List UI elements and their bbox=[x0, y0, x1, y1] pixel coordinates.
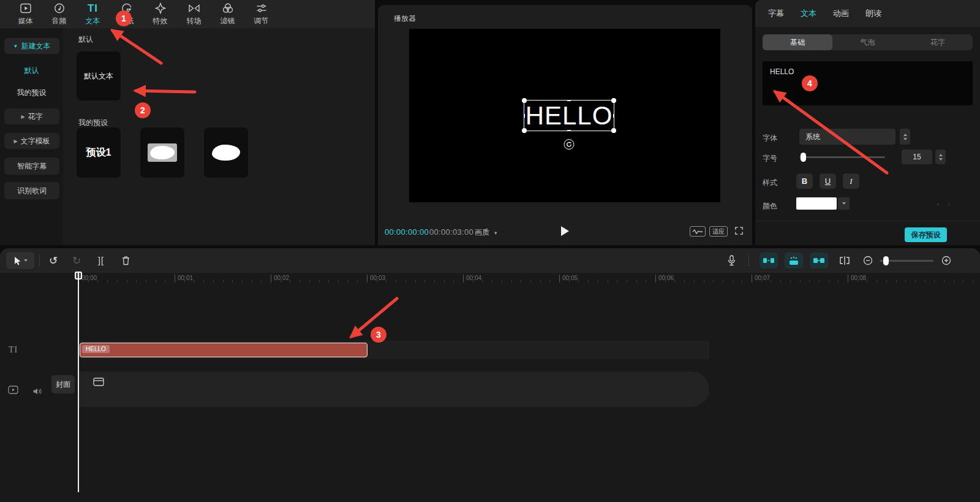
sidebar-item-default[interactable]: 默认 bbox=[0, 66, 63, 76]
toolbar-transitions[interactable]: 转场 bbox=[177, 2, 211, 26]
microphone-icon bbox=[727, 255, 736, 266]
toolbar-audio-label: 音频 bbox=[52, 16, 67, 26]
record-voiceover-button[interactable] bbox=[723, 253, 739, 268]
bold-button[interactable]: B bbox=[796, 173, 813, 189]
handle-top-mid[interactable] bbox=[567, 100, 571, 101]
subtab-basic[interactable]: 基础 bbox=[763, 34, 832, 50]
delete-button[interactable] bbox=[118, 253, 134, 268]
timeline-ruler[interactable]: 00:00 00:01 00:02 00:03 00:04 00:05 00:0… bbox=[0, 273, 980, 284]
toolbar-media[interactable]: 媒体 bbox=[9, 2, 42, 26]
zoom-out-button[interactable] bbox=[860, 253, 876, 268]
player-panel: 播放器 HELLO 00:00:00:00 00:00:03:00 画 bbox=[378, 5, 752, 245]
tab-animation[interactable]: 动画 bbox=[833, 8, 849, 19]
fit-button[interactable]: 适应 bbox=[709, 226, 728, 237]
sidebar-item-text-templates[interactable]: ▶ 文字模板 bbox=[4, 133, 59, 149]
preset-text-blob bbox=[212, 145, 240, 161]
save-preset-button[interactable]: 保存预设 bbox=[905, 227, 947, 242]
sidebar-item-fancy-text[interactable]: ▶ 花字 bbox=[4, 108, 59, 124]
sidebar-item-recognize-lyrics[interactable]: 识别歌词 bbox=[4, 182, 59, 199]
handle-top-right[interactable] bbox=[611, 98, 616, 103]
split-button[interactable]: ][ bbox=[93, 253, 109, 268]
undo-button[interactable]: ↺ bbox=[45, 253, 61, 268]
prev-arrow-icon[interactable]: ‹ bbox=[937, 199, 939, 208]
default-text-card[interactable]: 默认文本 bbox=[77, 51, 121, 101]
ruler-label: 00:07 bbox=[752, 275, 770, 282]
rotate-handle[interactable] bbox=[564, 139, 575, 150]
toolbar-text[interactable]: TI 文本 bbox=[76, 2, 110, 26]
font-spinner[interactable] bbox=[900, 129, 910, 145]
divider bbox=[39, 254, 40, 267]
sidebar-item-smart-subtitles[interactable]: 智能字幕 bbox=[4, 158, 59, 175]
video-preview[interactable]: HELLO bbox=[409, 29, 720, 202]
waveform-toggle-icon[interactable] bbox=[690, 226, 706, 237]
handle-right-mid[interactable] bbox=[613, 114, 614, 118]
italic-button[interactable]: I bbox=[843, 173, 859, 189]
chevron-up-icon bbox=[903, 134, 907, 136]
color-swatch[interactable] bbox=[796, 197, 837, 210]
font-select[interactable]: 系统 bbox=[799, 129, 895, 145]
text-clip[interactable]: HELLO bbox=[80, 343, 368, 357]
zoom-in-button[interactable] bbox=[938, 253, 954, 268]
size-slider[interactable] bbox=[799, 156, 885, 158]
color-dropdown[interactable] bbox=[838, 197, 850, 210]
snap-toggle-button[interactable] bbox=[760, 253, 778, 268]
toolbar-audio[interactable]: 音频 bbox=[42, 2, 76, 26]
size-slider-thumb[interactable] bbox=[801, 153, 806, 162]
sidebar-item-my-presets[interactable]: 我的预设 bbox=[0, 88, 63, 98]
handle-top-left[interactable] bbox=[522, 98, 527, 103]
select-tool-button[interactable] bbox=[6, 252, 34, 269]
handle-bottom-mid[interactable] bbox=[567, 130, 571, 131]
quality-dropdown[interactable]: 画质 ▼ bbox=[475, 227, 498, 238]
preset-card-1[interactable]: 预设1 bbox=[77, 127, 121, 178]
toolbar-effects[interactable]: 特效 bbox=[143, 2, 177, 26]
text-icon: TI bbox=[88, 2, 98, 15]
mute-audio-icon[interactable] bbox=[32, 387, 42, 398]
text-selection-box[interactable]: HELLO bbox=[524, 100, 614, 131]
playhead-handle[interactable] bbox=[75, 272, 82, 280]
preset-card-3[interactable] bbox=[204, 127, 248, 178]
underline-button[interactable]: U bbox=[820, 173, 836, 189]
fullscreen-icon[interactable] bbox=[734, 226, 744, 237]
linkage-toggle-button[interactable] bbox=[785, 253, 803, 268]
subtab-fancy[interactable]: 花字 bbox=[903, 34, 973, 50]
size-value-input[interactable]: 15 bbox=[902, 150, 932, 164]
adjust-spacing-button[interactable] bbox=[835, 253, 854, 268]
ruler-minor-ticks bbox=[78, 280, 980, 283]
track-thumbnail-icon[interactable] bbox=[8, 386, 18, 397]
preset-card-2[interactable] bbox=[140, 127, 184, 178]
handle-left-mid[interactable] bbox=[524, 114, 525, 118]
subtab-bubble[interactable]: 气泡 bbox=[832, 34, 902, 50]
preset-thumbnail bbox=[148, 143, 177, 162]
tab-text[interactable]: 文本 bbox=[801, 8, 816, 19]
play-button[interactable] bbox=[559, 225, 570, 239]
text-content-input[interactable]: HELLO bbox=[763, 61, 973, 105]
size-spinner[interactable] bbox=[935, 150, 946, 164]
ruler-label: 00:08 bbox=[848, 275, 866, 282]
tab-subtitles[interactable]: 字幕 bbox=[768, 8, 784, 19]
ruler-label: 00:01 bbox=[175, 275, 193, 282]
preview-axis-icon bbox=[813, 256, 825, 265]
toolbar-adjust[interactable]: 调节 bbox=[244, 2, 278, 26]
toolbar-filters[interactable]: 滤镜 bbox=[211, 2, 244, 26]
toolbar-effects-label: 特效 bbox=[153, 16, 168, 26]
preview-axis-toggle-button[interactable] bbox=[810, 253, 828, 268]
handle-bottom-right[interactable] bbox=[611, 128, 616, 133]
toolbar-sticker[interactable]: 贴纸 bbox=[110, 2, 143, 26]
toolbar-text-label: 文本 bbox=[86, 16, 100, 26]
toolbar-filters-label: 滤镜 bbox=[221, 16, 235, 26]
playhead[interactable] bbox=[78, 272, 79, 492]
main-toolbar: 媒体 音频 TI 文本 贴纸 特效 bbox=[0, 0, 375, 28]
cover-frame-icon[interactable] bbox=[93, 378, 104, 389]
caret-right-icon: ▶ bbox=[21, 114, 24, 120]
sidebar-item-new-text[interactable]: ▼ 新建文本 bbox=[4, 38, 59, 54]
toolbar-adjust-label: 调节 bbox=[254, 16, 269, 26]
handle-bottom-left[interactable] bbox=[522, 128, 527, 133]
timeline-zoom-slider[interactable] bbox=[880, 260, 933, 262]
main-track-lane bbox=[78, 371, 709, 407]
next-arrow-icon[interactable]: › bbox=[948, 199, 950, 208]
timeline-zoom-thumb[interactable] bbox=[883, 256, 889, 265]
cover-button[interactable]: 封面 bbox=[51, 375, 75, 394]
tab-read-aloud[interactable]: 朗读 bbox=[865, 8, 881, 19]
adjust-icon bbox=[255, 2, 268, 15]
redo-button[interactable]: ↻ bbox=[69, 253, 85, 268]
